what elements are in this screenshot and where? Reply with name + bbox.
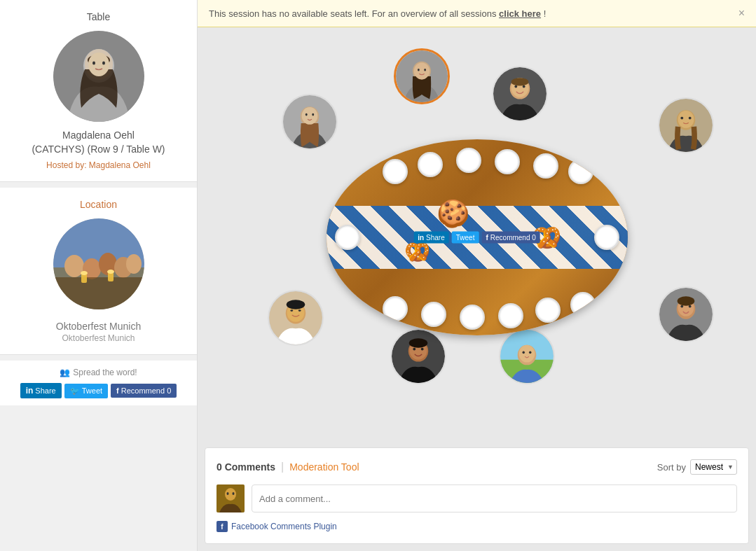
fb-plugin-label: Facebook Comments Plugin <box>231 522 337 531</box>
plate <box>498 303 523 328</box>
svg-point-38 <box>680 117 683 120</box>
comments-section: 0 Comments | Moderation Tool Sort by New… <box>205 447 749 544</box>
plate <box>421 302 446 327</box>
plate <box>568 159 593 184</box>
table-area: 🍪 🥨 🥨 in Share Tweet f Recommend 0 <box>198 27 756 447</box>
host-avatar <box>53 31 144 122</box>
seat-right-bottom <box>658 286 714 342</box>
table-twitter-button[interactable]: Tweet <box>452 232 479 244</box>
seat-avatar-5 <box>268 290 324 346</box>
svg-point-29 <box>511 78 529 85</box>
sidebar: Table Magdalena Oehl(CATCHYS) (Row 9 / T… <box>0 0 198 551</box>
sort-label: Sort by <box>657 462 686 473</box>
spread-section: 👥 Spread the word! in Share 🐦 Tweet f Re… <box>0 361 197 405</box>
plate <box>456 148 481 173</box>
seat-top-left <box>282 94 338 150</box>
comment-input[interactable] <box>252 484 737 512</box>
facebook-recommend-button[interactable]: f Recommend 0 <box>111 384 177 398</box>
plate <box>383 159 408 184</box>
moderation-tool-link[interactable]: Moderation Tool <box>289 461 359 473</box>
svg-point-56 <box>523 351 525 354</box>
plate <box>533 153 558 179</box>
facebook-icon: f <box>116 386 119 395</box>
location-sub: Oktoberfest Munich <box>62 333 135 343</box>
svg-point-50 <box>421 348 424 351</box>
social-buttons: in Share 🐦 Tweet f Recommend 0 <box>20 383 177 398</box>
svg-point-6 <box>102 62 105 65</box>
spread-label: 👥 Spread the word! <box>60 368 137 377</box>
seat-avatar-4 <box>658 97 714 153</box>
svg-point-61 <box>680 305 683 308</box>
table-section: Table Magdalena Oehl(CATCHYS) (Row 9 / T… <box>0 0 197 182</box>
svg-point-63 <box>678 296 695 305</box>
svg-point-66 <box>227 492 229 495</box>
seat-bottom-center <box>390 328 446 384</box>
location-title: Location <box>80 199 117 210</box>
table-linkedin-button[interactable]: in Share <box>413 232 449 244</box>
seat-bottom-right-center <box>499 328 555 384</box>
location-name: Oktoberfest Munich <box>56 321 141 332</box>
sort-select[interactable]: Newest Oldest <box>690 459 737 475</box>
plate <box>335 225 360 250</box>
comments-count: 0 Comments <box>217 461 275 473</box>
seat-avatar-6 <box>390 328 446 384</box>
dining-table: 🍪 🥨 🥨 in Share Tweet f Recommend 0 <box>327 139 628 335</box>
table-social-buttons: in Share Tweet f Recommend 0 <box>413 232 540 244</box>
plate <box>460 305 485 330</box>
notification-banner: This session has no available seats left… <box>198 0 756 27</box>
svg-point-33 <box>305 113 308 116</box>
linkedin-share-button[interactable]: in Share <box>20 383 62 398</box>
seat-avatar-2 <box>492 66 548 122</box>
seat-avatar-7 <box>499 328 555 384</box>
location-avatar <box>53 218 144 309</box>
plate <box>535 298 561 323</box>
svg-point-44 <box>298 309 301 312</box>
svg-point-17 <box>81 271 88 275</box>
seat-top-right <box>492 66 548 122</box>
plate <box>495 149 520 174</box>
svg-point-23 <box>424 69 426 71</box>
comment-user-avatar <box>217 484 245 512</box>
svg-point-62 <box>689 305 692 308</box>
heart-decoration: 🍪 <box>437 198 469 229</box>
svg-point-21 <box>414 63 429 80</box>
svg-point-37 <box>678 111 694 128</box>
seat-avatar-8 <box>658 286 714 342</box>
twitter-tweet-button[interactable]: 🐦 Tweet <box>64 384 108 398</box>
svg-point-39 <box>689 117 692 120</box>
plate <box>383 296 408 321</box>
svg-point-67 <box>233 492 235 495</box>
notification-link[interactable]: click here <box>499 8 541 19</box>
twitter-icon: 🐦 <box>70 386 80 396</box>
sort-wrapper: Newest Oldest ▼ <box>690 459 737 475</box>
banner-close-button[interactable]: × <box>738 7 745 20</box>
seat-right-top <box>658 97 714 153</box>
comments-header: 0 Comments | Moderation Tool Sort by New… <box>217 459 737 475</box>
svg-point-51 <box>409 338 428 347</box>
svg-point-4 <box>88 53 109 76</box>
facebook-icon: f <box>217 521 228 532</box>
main-content: This session has no available seats left… <box>198 0 756 551</box>
table-facebook-button[interactable]: f Recommend 0 <box>481 232 539 244</box>
seat-bottom-left <box>268 290 324 346</box>
svg-point-49 <box>413 348 415 351</box>
svg-point-55 <box>519 345 535 363</box>
seat-avatar-3 <box>282 94 338 150</box>
svg-point-45 <box>287 300 305 309</box>
svg-point-32 <box>302 107 318 125</box>
seat-avatar-1 <box>394 48 450 104</box>
fb-plugin[interactable]: f Facebook Comments Plugin <box>217 521 737 532</box>
svg-point-34 <box>312 113 314 116</box>
svg-point-43 <box>290 309 293 312</box>
seat-top-center <box>394 48 450 104</box>
plate <box>418 152 443 177</box>
svg-point-5 <box>92 62 95 65</box>
svg-point-13 <box>126 254 142 274</box>
location-section: Location Oktoberfest Munich Oktoberfest … <box>0 188 197 355</box>
host-name: Magdalena Oehl(CATCHYS) (Row 9 / Table W… <box>32 129 165 156</box>
separator: | <box>281 461 284 473</box>
plate <box>570 292 596 317</box>
plate <box>594 225 619 250</box>
linkedin-icon: in <box>26 386 34 396</box>
svg-point-22 <box>418 69 420 71</box>
